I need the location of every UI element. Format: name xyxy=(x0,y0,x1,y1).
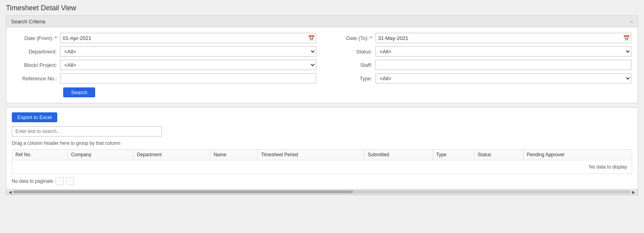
scroll-right-arrow[interactable]: ▶ xyxy=(631,190,636,194)
date-from-wrapper: 📅 xyxy=(60,33,316,43)
status-row: Status: <All> xyxy=(328,46,632,57)
reference-no-input[interactable] xyxy=(60,73,316,83)
search-criteria-panel: Search Criteria – Date (From): * 📅 xyxy=(6,15,638,103)
left-column: Date (From): * 📅 Department: <All> xyxy=(13,33,316,97)
pagination-prev-button[interactable]: ‹ xyxy=(56,177,64,185)
drag-hint: Drag a column header here to group by th… xyxy=(12,140,632,147)
results-table: Ref No. Company Department Name Timeshee… xyxy=(12,149,632,174)
col-timesheet-period[interactable]: Timesheet Period xyxy=(258,150,364,160)
date-to-calendar-icon[interactable]: 📅 xyxy=(623,35,630,41)
block-project-select[interactable]: <All> xyxy=(60,60,316,70)
col-type[interactable]: Type xyxy=(433,150,474,160)
no-data-row: No data to display xyxy=(12,160,632,174)
export-to-excel-button[interactable]: Export to Excel xyxy=(12,112,57,122)
search-button[interactable]: Search xyxy=(63,87,95,97)
department-row: Department: <All> xyxy=(13,46,316,57)
table-search-wrapper xyxy=(12,126,632,136)
horizontal-scrollbar[interactable]: ◀ ▶ xyxy=(6,189,638,195)
staff-row: Staff: xyxy=(328,60,632,70)
block-project-row: Block/ Project: <All> xyxy=(13,60,316,70)
results-panel: Export to Excel Drag a column header her… xyxy=(6,107,638,195)
search-actions: Search xyxy=(13,87,316,97)
table-header-row: Ref No. Company Department Name Timeshee… xyxy=(12,150,632,160)
col-company[interactable]: Company xyxy=(68,150,133,160)
pagination-next-button[interactable]: › xyxy=(66,177,74,185)
table-header: Ref No. Company Department Name Timeshee… xyxy=(12,150,632,160)
date-from-row: Date (From): * 📅 xyxy=(13,33,316,43)
right-column: Date (To): * 📅 Status: <All> xyxy=(328,33,632,97)
type-select[interactable]: <All> xyxy=(376,73,632,83)
status-select[interactable]: <All> xyxy=(376,46,632,57)
search-panel-header: Search Criteria – xyxy=(6,16,638,27)
collapse-icon[interactable]: – xyxy=(630,18,633,25)
date-to-input[interactable] xyxy=(376,33,632,43)
date-from-label: Date (From): * xyxy=(13,35,60,41)
pagination-row: No data to paginate ‹ › xyxy=(12,174,632,188)
department-select[interactable]: <All> xyxy=(60,46,316,57)
search-panel-title: Search Criteria xyxy=(11,19,45,25)
col-status[interactable]: Status xyxy=(474,150,524,160)
date-to-row: Date (To): * 📅 xyxy=(328,33,632,43)
type-row: Type: <All> xyxy=(328,73,632,83)
scrollbar-thumb[interactable] xyxy=(13,190,353,193)
results-panel-body: Export to Excel Drag a column header her… xyxy=(6,108,638,188)
scrollbar-track[interactable] xyxy=(13,190,631,193)
col-submitted[interactable]: Submitted xyxy=(364,150,433,160)
no-data-paginate-text: No data to paginate xyxy=(12,178,53,184)
staff-input[interactable] xyxy=(376,60,632,70)
col-ref-no[interactable]: Ref No. xyxy=(12,150,68,160)
reference-no-label: Reference No.: xyxy=(13,76,60,81)
staff-label: Staff: xyxy=(328,62,376,68)
date-to-label: Date (To): * xyxy=(328,35,376,41)
date-to-wrapper: 📅 xyxy=(376,33,632,43)
date-from-input[interactable] xyxy=(60,33,316,43)
page-title: Timesheet Detail View xyxy=(6,4,638,12)
col-name[interactable]: Name xyxy=(210,150,258,160)
col-department[interactable]: Department xyxy=(133,150,210,160)
table-body: No data to display xyxy=(12,160,632,174)
status-label: Status: xyxy=(328,49,376,55)
reference-no-row: Reference No.: xyxy=(13,73,316,83)
department-label: Department: xyxy=(13,49,60,55)
block-project-label: Block/ Project: xyxy=(13,62,60,68)
no-data-cell: No data to display xyxy=(12,160,632,174)
type-label: Type: xyxy=(328,76,376,81)
search-form-grid: Date (From): * 📅 Department: <All> xyxy=(13,33,631,97)
col-pending-approver[interactable]: Pending Approver xyxy=(524,150,632,160)
search-panel-body: Date (From): * 📅 Department: <All> xyxy=(6,27,638,103)
table-search-input[interactable] xyxy=(12,126,162,136)
scroll-left-arrow[interactable]: ◀ xyxy=(8,190,13,194)
date-from-calendar-icon[interactable]: 📅 xyxy=(308,35,315,41)
